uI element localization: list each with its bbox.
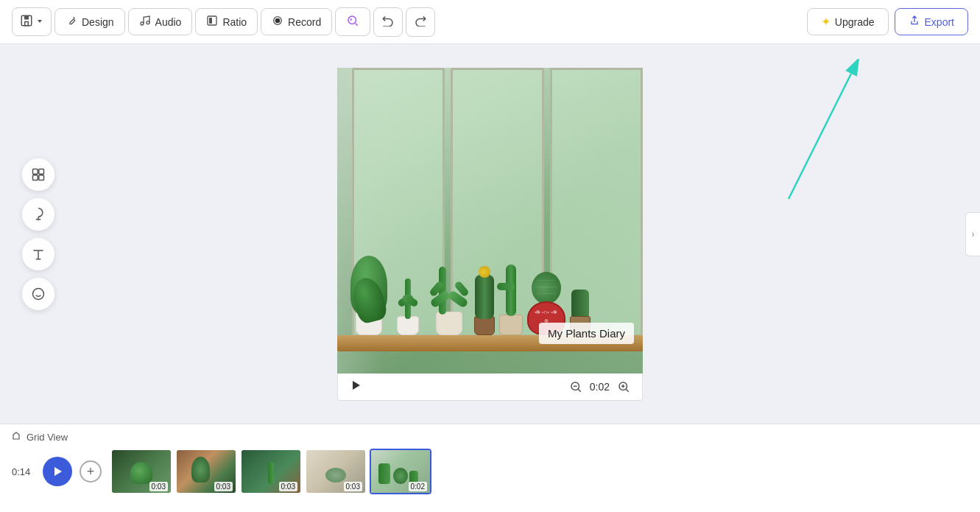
svg-rect-2 (25, 22, 29, 26)
svg-point-14 (33, 288, 44, 299)
export-icon (909, 15, 920, 29)
add-clip-button[interactable]: + (80, 460, 102, 483)
svg-line-24 (626, 389, 629, 392)
plant-1 (350, 256, 387, 335)
plant-5 (499, 264, 523, 335)
ratio-button[interactable]: Ratio (195, 8, 258, 35)
thumb-duration-5: 0:02 (409, 482, 427, 491)
svg-marker-27 (54, 467, 62, 476)
grid-view-header: Grid View (12, 432, 968, 443)
svg-point-3 (141, 22, 144, 25)
toolbar-right: ✦ Upgrade Export (807, 8, 968, 35)
svg-line-26 (789, 74, 851, 199)
arrow-annotation (744, 59, 877, 206)
toolbar: Design Audio Ratio (0, 0, 980, 44)
ai-search-button[interactable] (335, 7, 370, 36)
audio-button[interactable]: Audio (128, 8, 193, 35)
thumb-duration-4: 0:03 (344, 482, 362, 491)
svg-rect-11 (39, 169, 44, 174)
thumb-duration-2: 0:03 (214, 482, 233, 491)
svg-point-4 (147, 21, 149, 24)
grid-view-label: Grid View (27, 432, 68, 443)
save-dropdown-arrow (36, 16, 43, 27)
export-label: Export (925, 16, 954, 28)
svg-rect-10 (33, 169, 38, 174)
ratio-icon (206, 15, 218, 29)
thumb-duration-3: 0:03 (279, 482, 297, 491)
grid-view-expand-icon[interactable] (12, 432, 21, 443)
svg-rect-1 (24, 15, 29, 19)
svg-rect-13 (39, 175, 44, 180)
thumbnail-5[interactable]: 0:02 (370, 449, 431, 494)
current-time: 0:02 (590, 381, 610, 393)
video-canvas: My Plants Diary (337, 68, 643, 374)
thumbnail-3[interactable]: 0:03 (240, 449, 302, 494)
toolbar-left: Design Audio Ratio (12, 7, 435, 37)
timeline-time: 0:14 (12, 466, 34, 477)
svg-rect-6 (209, 18, 212, 24)
design-icon (66, 15, 77, 29)
svg-rect-12 (33, 175, 38, 180)
record-button[interactable]: Record (261, 8, 332, 35)
main-area: My Plants Diary (0, 44, 980, 424)
thumbnail-2[interactable]: 0:03 (175, 449, 237, 494)
thumbnails-row: 0:03 0:03 0:03 0:03 (110, 449, 431, 494)
save-button[interactable] (12, 7, 52, 36)
upgrade-button[interactable]: ✦ Upgrade (807, 8, 889, 35)
pot-5 (499, 315, 523, 335)
svg-point-8 (275, 18, 281, 24)
record-label: Record (288, 16, 321, 28)
thumb-duration-1: 0:03 (149, 482, 168, 491)
plant-4 (474, 275, 495, 335)
plant-scene: My Plants Diary (337, 68, 643, 374)
pot-3 (436, 312, 462, 335)
save-icon (20, 14, 33, 29)
canvas-area: My Plants Diary (0, 44, 980, 424)
thumbnail-4[interactable]: 0:03 (305, 449, 367, 494)
upgrade-label: Upgrade (835, 16, 875, 28)
overlay-text[interactable]: My Plants Diary (539, 323, 634, 344)
record-icon (272, 15, 283, 29)
timeline-controls: + (43, 457, 102, 486)
svg-line-20 (578, 389, 581, 392)
ratio-label: Ratio (222, 16, 247, 28)
cactus-tall (506, 264, 516, 316)
timeline-play-button[interactable] (43, 457, 72, 486)
thumbnail-1[interactable]: 0:03 (110, 449, 172, 494)
layout-tool-button[interactable] (22, 158, 54, 191)
svg-marker-17 (353, 381, 360, 390)
undo-button[interactable] (373, 7, 403, 37)
audio-icon (139, 15, 151, 29)
side-tools (22, 158, 54, 310)
bottom-area: Grid View 0:14 + 0:03 (0, 424, 980, 512)
time-controls: 0:02 (569, 380, 630, 393)
sticker-tool-button[interactable] (22, 278, 54, 310)
text-tool-button[interactable] (22, 238, 54, 270)
timeline-row: 0:14 + 0:03 0:03 (12, 449, 968, 494)
video-controls: 0:02 (337, 374, 643, 401)
filter-tool-button[interactable] (22, 198, 54, 231)
right-panel-toggle[interactable]: › (965, 212, 980, 256)
plant-3 (429, 264, 470, 335)
undo-icon (381, 13, 395, 30)
zoom-in-button[interactable] (617, 380, 630, 393)
redo-button[interactable] (406, 7, 435, 37)
svg-point-9 (348, 16, 356, 24)
ai-search-icon (346, 14, 359, 29)
redo-icon (414, 13, 427, 30)
canvas-container: My Plants Diary (337, 68, 643, 401)
export-button[interactable]: Export (895, 8, 968, 35)
design-button[interactable]: Design (54, 8, 125, 35)
star-icon: ✦ (821, 15, 831, 29)
audio-label: Audio (155, 16, 182, 28)
play-pause-button[interactable] (350, 379, 362, 394)
plant-2 (392, 275, 424, 335)
chevron-left-icon: › (972, 229, 975, 239)
zoom-out-button[interactable] (569, 380, 582, 393)
design-label: Design (82, 16, 114, 28)
